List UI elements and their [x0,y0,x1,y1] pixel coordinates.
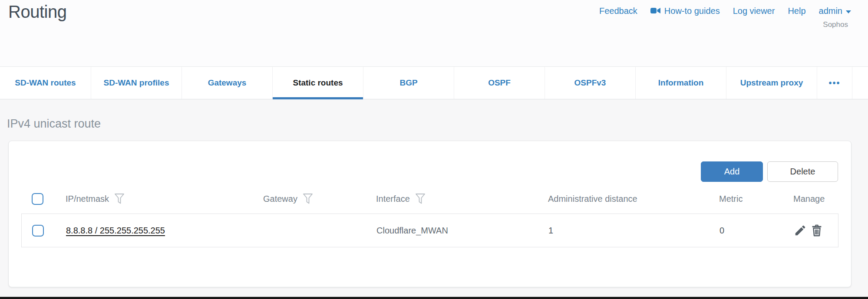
column-header-manage-label: Manage [793,194,825,204]
row-checkbox[interactable] [32,225,44,237]
column-header-interface: Interface [366,193,538,204]
caret-down-icon [846,6,851,16]
tab-information[interactable]: Information [635,67,726,99]
howto-guides-link[interactable]: How-to guides [650,6,720,16]
column-header-gateway-label: Gateway [263,194,297,204]
tab-sd-wan-routes[interactable]: SD-WAN routes [0,67,91,99]
filter-icon[interactable] [303,193,313,204]
table-toolbar: Add Delete [701,161,838,182]
add-button[interactable]: Add [701,161,763,182]
log-viewer-link-label: Log viewer [733,6,775,16]
section-heading: IPv4 unicast route [7,117,101,131]
tab-overflow-ellipsis-icon[interactable]: ••• [817,67,852,99]
filter-icon[interactable] [114,193,125,204]
admin-menu[interactable]: admin [819,6,851,16]
column-header-metric-label: Metric [719,194,743,204]
video-camera-icon [650,6,661,16]
content-area: IPv4 unicast route Add Delete IP/netmask… [0,100,868,299]
brand-label: Sophos [823,20,848,29]
column-header-gateway: Gateway [253,193,366,204]
ipv4-unicast-route-card: Add Delete IP/netmask Gateway Interfac [8,141,851,287]
delete-button[interactable]: Delete [767,161,838,182]
admin-menu-label: admin [819,6,842,16]
bottom-edge-bar [0,297,868,299]
tab-gateways[interactable]: Gateways [182,67,272,99]
page-header: Routing Feedback How-to guides Log viewe… [0,0,868,66]
tab-static-routes[interactable]: Static routes [272,67,363,99]
delete-trash-icon[interactable] [811,224,823,237]
top-navigation: Feedback How-to guides Log viewer Help a… [599,6,851,16]
column-header-interface-label: Interface [376,194,410,204]
page-title: Routing [8,2,66,22]
tab-bar: SD-WAN routes SD-WAN profiles Gateways S… [0,66,868,99]
feedback-link[interactable]: Feedback [599,6,637,16]
column-header-ip-netmask: IP/netmask [55,193,253,204]
tab-ospfv3[interactable]: OSPFv3 [545,67,635,99]
column-header-manage: Manage [783,194,838,204]
filter-icon[interactable] [415,193,426,204]
table-header-row: IP/netmask Gateway Interface Administrat… [21,188,838,210]
howto-guides-link-label: How-to guides [664,6,720,16]
select-all-checkbox[interactable] [32,193,43,205]
cell-admin-distance: 1 [538,226,709,236]
tab-upstream-proxy[interactable]: Upstream proxy [726,67,817,99]
cell-interface: Cloudflare_MWAN [366,226,538,236]
column-header-admin-distance: Administrative distance [538,194,709,204]
help-link-label: Help [788,6,805,16]
column-header-ip-netmask-label: IP/netmask [66,194,109,204]
route-link[interactable]: 8.8.8.8 / 255.255.255.255 [66,226,165,235]
log-viewer-link[interactable]: Log viewer [733,6,775,16]
tab-sd-wan-profiles[interactable]: SD-WAN profiles [91,67,182,99]
tab-ospf[interactable]: OSPF [454,67,545,99]
column-header-admin-distance-label: Administrative distance [548,194,637,204]
help-link[interactable]: Help [788,6,805,16]
cell-metric: 0 [709,226,783,236]
cell-ip-netmask: 8.8.8.8 / 255.255.255.255 [56,226,253,236]
table-row: 8.8.8.8 / 255.255.255.255 Cloudflare_MWA… [21,214,838,247]
row-checkbox-cell [22,225,56,237]
column-header-metric: Metric [709,194,783,204]
tab-bgp[interactable]: BGP [363,67,454,99]
edit-pencil-icon[interactable] [794,224,807,237]
header-checkbox-cell [21,193,55,205]
cell-manage [783,224,839,237]
feedback-link-label: Feedback [599,6,637,16]
